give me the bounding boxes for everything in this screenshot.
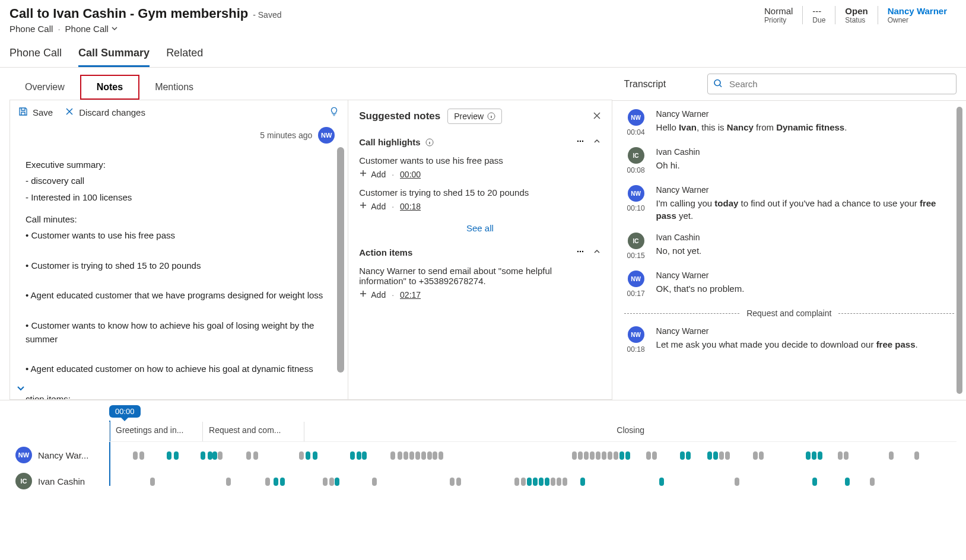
transcript-speaker: Nancy Warner — [656, 109, 954, 119]
save-button[interactable]: Save — [18, 107, 53, 118]
suggested-title: Suggested notes — [359, 110, 440, 122]
track-tick — [539, 478, 544, 486]
track-tick — [551, 478, 555, 486]
track-tick — [415, 451, 420, 460]
transcript-row-left: NW00:18 — [624, 326, 648, 354]
track-tick — [253, 451, 258, 460]
track-tick — [680, 451, 685, 460]
track-tick — [390, 451, 395, 460]
transcript-row-right: Nancy WarnerLet me ask you what made you… — [656, 326, 954, 354]
breadcrumb-item-2[interactable]: Phone Call — [65, 24, 118, 34]
breadcrumb-item-1[interactable]: Phone Call — [9, 24, 53, 34]
transcript-time: 00:10 — [627, 204, 645, 212]
see-all-link[interactable]: See all — [359, 223, 600, 233]
notes-exec-l2: - Interested in 100 licenses — [26, 190, 332, 204]
more-icon[interactable] — [576, 137, 584, 147]
search-wrapper — [707, 74, 957, 94]
track-tick — [246, 451, 251, 460]
timeline-segment[interactable]: Closing — [304, 422, 957, 441]
highlights-title: Call highlights — [359, 137, 420, 147]
lightbulb-icon[interactable] — [329, 106, 339, 119]
track-tick — [602, 451, 606, 460]
avatar: NW — [628, 326, 644, 343]
track-tick — [167, 451, 171, 460]
track-tick — [725, 451, 730, 460]
tab-phone-call[interactable]: Phone Call — [9, 47, 62, 67]
transcript-text: OK, that's no problem. — [656, 282, 954, 295]
timestamp-link[interactable]: 02:17 — [400, 290, 421, 300]
collapse-toggle[interactable] — [15, 382, 27, 396]
notes-editor[interactable]: Executive summary: - discovery call - In… — [10, 147, 348, 399]
track-tick — [646, 451, 651, 460]
playhead-time: 00:00 — [109, 405, 141, 418]
speaker-row: ICIvan Cashin — [9, 468, 957, 494]
notes-age: 5 minutes ago — [260, 131, 312, 140]
track-tick — [580, 478, 585, 486]
discard-button[interactable]: Discard changes — [65, 107, 145, 118]
track-tick — [201, 451, 205, 460]
tab-related[interactable]: Related — [166, 47, 203, 67]
transcript-row[interactable]: IC00:08Ivan CashinOh hi. — [624, 147, 954, 174]
transcript-row[interactable]: NW00:04Nancy WarnerHello Ivan, this is N… — [624, 109, 954, 136]
preview-label: Preview — [454, 112, 484, 121]
page-header: Call to Ivan Cashin - Gym membership - S… — [0, 0, 966, 36]
transcript-body: NW00:04Nancy WarnerHello Ivan, this is N… — [612, 100, 966, 400]
meta-owner[interactable]: Nancy Warner Owner — [878, 6, 957, 24]
track-tick — [212, 451, 217, 460]
tab-call-summary[interactable]: Call Summary — [78, 47, 150, 67]
transcript-speaker: Ivan Cashin — [656, 233, 954, 242]
track-tick — [438, 451, 443, 460]
transcript-row-right: Ivan CashinOh hi. — [656, 147, 954, 174]
svg-point-2 — [577, 141, 578, 142]
timeline-segment[interactable]: Greetings and in... — [109, 422, 202, 441]
track-tick — [707, 451, 712, 460]
meta-priority[interactable]: Normal Priority — [755, 6, 802, 24]
breadcrumb-separator: · — [58, 24, 60, 34]
timestamp-link[interactable]: 00:00 — [400, 170, 421, 179]
speaker-track[interactable] — [109, 478, 957, 485]
timeline-segments: Greetings and in...Request and com...Clo… — [109, 422, 957, 442]
notes-exec-head: Executive summary: — [26, 158, 332, 171]
speaker-name: Nancy War... — [38, 450, 88, 460]
action-items-section: Action items Nancy Warner to send email … — [359, 247, 600, 300]
chevron-up-icon[interactable] — [593, 137, 601, 147]
more-icon[interactable] — [576, 247, 584, 257]
transcript-speaker: Nancy Warner — [656, 185, 954, 195]
close-panel-button[interactable] — [593, 110, 601, 123]
avatar[interactable]: NW — [318, 127, 335, 144]
meta-owner-label: Owner — [888, 16, 947, 24]
scrollbar[interactable] — [957, 107, 962, 394]
preview-button[interactable]: Preview — [447, 109, 502, 124]
timestamp-link[interactable]: 00:18 — [400, 202, 421, 211]
track-tick — [306, 451, 310, 460]
add-highlight-button[interactable]: Add — [359, 201, 386, 211]
call-highlights-section: Call highlights Customer wants to use hi… — [359, 137, 600, 245]
track-tick — [133, 451, 138, 460]
playhead[interactable]: 00:00 — [109, 405, 957, 422]
speaker-track[interactable] — [109, 451, 957, 459]
chevron-up-icon[interactable] — [593, 247, 601, 257]
scrollbar[interactable] — [337, 147, 344, 373]
meta-status[interactable]: Open Status — [835, 6, 877, 24]
meta-due[interactable]: --- Due — [802, 6, 835, 24]
track-tick — [914, 451, 919, 460]
transcript-row[interactable]: IC00:15Ivan CashinNo, not yet. — [624, 233, 954, 260]
meta-priority-label: Priority — [764, 16, 793, 24]
add-highlight-button[interactable]: Add — [359, 169, 386, 179]
transcript-row[interactable]: NW00:18Nancy WarnerLet me ask you what m… — [624, 326, 954, 354]
suggested-header: Suggested notes Preview — [359, 109, 600, 124]
subtab-mentions[interactable]: Mentions — [139, 76, 209, 98]
track-tick — [274, 478, 278, 486]
transcript-row[interactable]: NW00:10Nancy WarnerI'm calling you today… — [624, 185, 954, 222]
subtab-notes[interactable]: Notes — [80, 75, 139, 100]
subtab-overview[interactable]: Overview — [9, 76, 80, 98]
add-action-button[interactable]: Add — [359, 289, 386, 300]
track-tick — [625, 451, 630, 460]
transcript-row-right: Ivan CashinNo, not yet. — [656, 233, 954, 260]
info-icon — [487, 112, 495, 120]
info-icon[interactable] — [425, 138, 434, 147]
track-tick — [753, 451, 758, 460]
timeline-segment[interactable]: Request and com... — [202, 422, 304, 441]
transcript-row[interactable]: NW00:17Nancy WarnerOK, that's no problem… — [624, 271, 954, 298]
search-input[interactable] — [707, 74, 957, 94]
